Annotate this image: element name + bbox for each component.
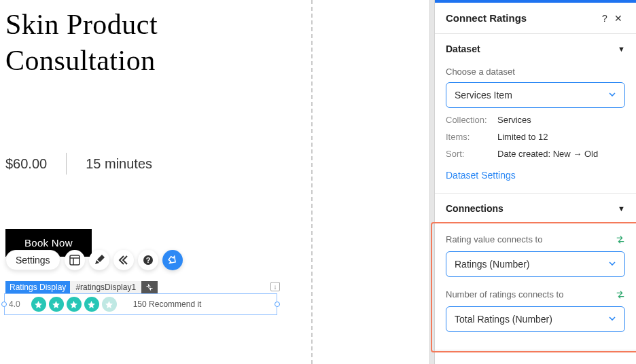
rating-value-text: 4.0 — [9, 299, 20, 309]
price-duration-row: $60.00 15 minutes — [5, 153, 424, 175]
rating-value-dropdown-value: Ratings (Number) — [455, 259, 529, 270]
panel-title: Connect Ratings — [446, 12, 598, 24]
resize-handle-right[interactable] — [275, 302, 280, 307]
star-icon — [67, 297, 82, 312]
swap-icon[interactable] — [616, 290, 625, 299]
resize-handle-left[interactable] — [1, 302, 7, 307]
star-row — [31, 297, 117, 312]
component-id-label: #ratingsDisplay1 — [70, 281, 141, 293]
rating-value-field: Rating value connects to Ratings (Number… — [446, 234, 625, 277]
connect-data-icon[interactable] — [162, 250, 183, 270]
svg-text:?: ? — [145, 256, 150, 264]
chevron-down-icon: ▼ — [618, 204, 625, 213]
component-tag: Ratings Display #ratingsDisplay1 — [5, 281, 158, 293]
svg-rect-0 — [70, 255, 80, 265]
chevron-down-icon — [608, 259, 616, 270]
dataset-dropdown-value: Services Item — [455, 90, 512, 101]
star-icon — [49, 297, 64, 312]
chevron-down-icon — [608, 314, 616, 325]
star-icon-empty — [102, 297, 117, 312]
rotate-handle[interactable]: ↓ — [270, 282, 280, 291]
num-ratings-label: Number of ratings connects to — [446, 289, 563, 299]
dataset-section: Dataset ▼ Choose a dataset Services Item… — [435, 34, 636, 194]
page-title: Skin Product Consultation — [5, 7, 424, 78]
component-type-label: Ratings Display — [5, 281, 70, 293]
help-icon[interactable]: ? — [598, 13, 612, 24]
dataset-section-header[interactable]: Dataset ▼ — [435, 34, 636, 58]
num-ratings-dropdown[interactable]: Total Ratings (Number) — [446, 306, 625, 332]
chevron-down-icon: ▼ — [618, 45, 625, 53]
close-icon[interactable]: ✕ — [612, 13, 625, 24]
connections-section: Connections ▼ Rating value connects to R… — [435, 194, 636, 350]
rating-value-label: Rating value connects to — [446, 234, 542, 244]
connections-section-body: Rating value connects to Ratings (Number… — [435, 223, 636, 350]
sort-row: Sort: Date created: New → Old — [446, 149, 625, 159]
connections-section-header[interactable]: Connections ▼ — [435, 194, 636, 223]
dataset-dropdown[interactable]: Services Item — [446, 82, 625, 108]
duration-text: 15 minutes — [86, 156, 152, 172]
panel-header: Connect Ratings ? ✕ — [435, 3, 636, 34]
canvas-guide-line — [311, 0, 313, 364]
price-text: $60.00 — [5, 156, 47, 172]
star-icon — [84, 297, 99, 312]
animation-icon[interactable] — [113, 250, 134, 270]
layout-icon[interactable] — [65, 250, 85, 270]
num-ratings-field: Number of ratings connects to Total Rati… — [446, 289, 625, 332]
title-line-1: Skin Product — [5, 9, 158, 40]
vertical-divider — [66, 153, 67, 175]
editor-canvas: Skin Product Consultation $60.00 15 minu… — [0, 0, 429, 364]
ratings-count-text: 150 Recommend it — [133, 299, 202, 309]
connections-section-title: Connections — [446, 203, 504, 214]
component-connected-icon[interactable] — [141, 281, 158, 293]
help-icon[interactable]: ? — [138, 250, 158, 270]
title-line-2: Consultation — [5, 45, 156, 76]
design-icon[interactable] — [89, 250, 109, 270]
choose-dataset-label: Choose a dataset — [446, 67, 625, 77]
items-row: Items: Limited to 12 — [446, 132, 625, 142]
collection-row: Collection: Services — [446, 115, 625, 125]
settings-button[interactable]: Settings — [5, 250, 60, 270]
dataset-section-body: Choose a dataset Services Item Collectio… — [435, 58, 636, 193]
swap-icon[interactable] — [616, 235, 625, 244]
chevron-down-icon — [608, 90, 616, 101]
dataset-settings-link[interactable]: Dataset Settings — [446, 170, 625, 181]
num-ratings-dropdown-value: Total Ratings (Number) — [455, 314, 552, 325]
dataset-section-title: Dataset — [446, 43, 480, 54]
ratings-display-widget[interactable]: ↓ 4.0 150 Recommend it — [4, 293, 277, 315]
panel-resize-gutter[interactable] — [429, 0, 435, 364]
connect-panel: Connect Ratings ? ✕ Dataset ▼ Choose a d… — [435, 0, 636, 364]
star-icon — [31, 297, 46, 312]
rating-value-dropdown[interactable]: Ratings (Number) — [446, 251, 625, 277]
component-toolbar: Settings ? — [5, 250, 183, 270]
